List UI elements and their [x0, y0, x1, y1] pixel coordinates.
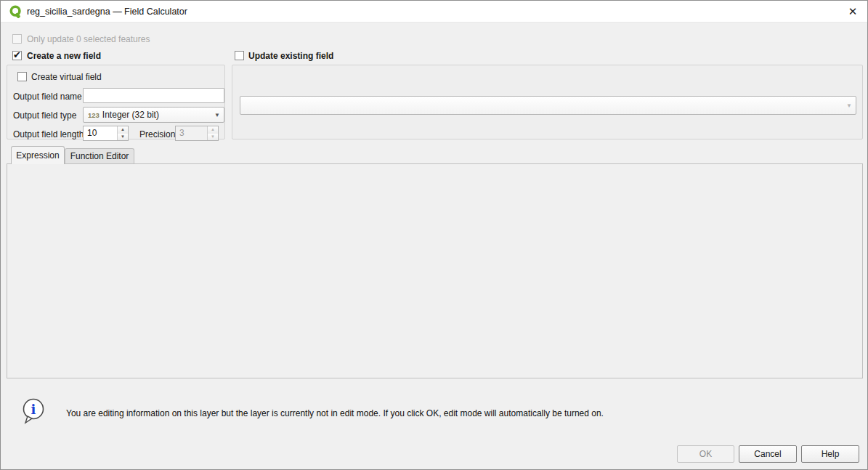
new-field-group: Create virtual field Output field name O… [7, 65, 225, 139]
precision-value: 3 [179, 128, 184, 138]
only-update-checkbox [12, 34, 22, 44]
output-field-name-input[interactable] [83, 88, 224, 103]
spin-up-icon: ▲ [208, 126, 218, 134]
output-field-length-label: Output field length [13, 129, 84, 139]
update-existing-checkbox[interactable] [235, 51, 244, 60]
create-new-field-checkbox[interactable]: ✔ [12, 51, 22, 60]
integer-type-icon: 123 [88, 111, 100, 119]
chevron-down-icon: ▼ [846, 102, 852, 109]
create-virtual-checkbox[interactable] [17, 72, 27, 81]
tab-content-frame [7, 163, 863, 378]
qgis-logo-icon [9, 5, 23, 18]
tab-expression[interactable]: Expression [11, 146, 65, 164]
field-calculator-dialog: reg_sicilia_sardegna — Field Calculator … [0, 0, 868, 470]
update-existing-label: Update existing field [248, 51, 333, 61]
spin-down-icon: ▼ [208, 134, 218, 141]
chevron-down-icon: ▼ [214, 112, 220, 118]
output-field-type-label: Output field type [13, 110, 76, 121]
edit-mode-message: You are editing information on this laye… [66, 408, 604, 418]
create-new-field-label: Create a new field [27, 51, 101, 61]
help-button[interactable]: Help [801, 445, 859, 463]
svg-text:i: i [31, 402, 36, 417]
ok-button: OK [677, 445, 734, 463]
update-existing-group: ▼ [232, 65, 863, 139]
existing-field-select: ▼ [240, 96, 856, 115]
tab-function-editor[interactable]: Function Editor [65, 148, 134, 164]
title-bar: reg_sicilia_sardegna — Field Calculator … [1, 1, 867, 23]
only-update-label: Only update 0 selected features [27, 34, 150, 44]
spin-up-icon[interactable]: ▲ [118, 126, 128, 134]
output-field-length-value: 10 [87, 128, 97, 138]
output-field-name-label: Output field name [13, 92, 82, 102]
cancel-button[interactable]: Cancel [739, 445, 797, 463]
close-icon[interactable]: ✕ [845, 5, 860, 18]
spin-down-icon[interactable]: ▼ [118, 134, 128, 141]
create-virtual-label: Create virtual field [31, 72, 102, 82]
output-field-type-select[interactable]: 123 Integer (32 bit) ▼ [83, 107, 224, 123]
check-icon: ✔ [13, 49, 21, 60]
info-icon: i [21, 397, 47, 425]
output-field-length-stepper[interactable]: 10 ▲▼ [83, 126, 129, 141]
output-field-type-value: Integer (32 bit) [102, 110, 159, 120]
precision-label: Precision [139, 129, 175, 139]
precision-stepper: 3 ▲▼ [175, 126, 219, 141]
window-title: reg_sicilia_sardegna — Field Calculator [27, 1, 187, 23]
